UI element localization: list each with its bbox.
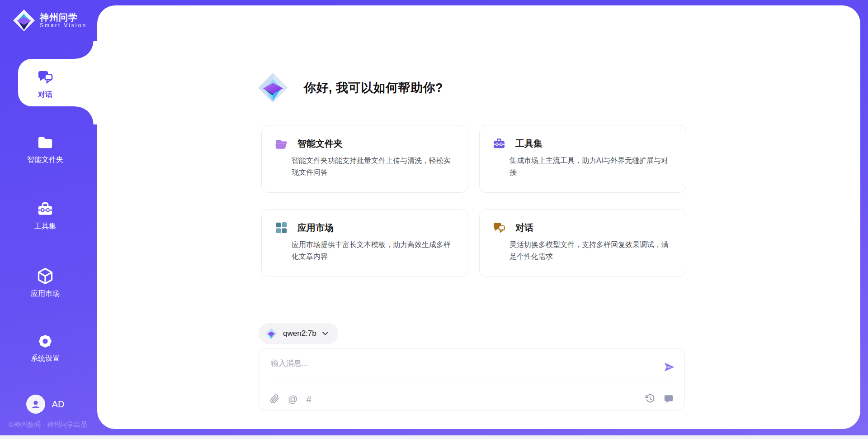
folder-icon xyxy=(37,134,54,151)
briefcase-icon xyxy=(492,137,506,150)
gear-icon xyxy=(37,333,54,350)
brand-subtitle: Smart Vision xyxy=(40,23,87,29)
main-panel: 你好, 我可以如何帮助你? 智能文件夹 智能文件夹功能支持批量文件上传与清洗，轻… xyxy=(97,5,860,429)
card-title: 应用市场 xyxy=(297,222,334,234)
chat-icon xyxy=(492,221,506,234)
bottom-scrollbar-strip[interactable] xyxy=(0,435,868,439)
sidebar-item-label: 系统设置 xyxy=(31,354,60,363)
copyright-text: ©神州数码 · 神州问学出品 xyxy=(0,420,96,429)
brand-diamond-icon xyxy=(258,72,288,103)
card-app-market[interactable]: 应用市场 应用市场提供丰富长文本模板，助力高效生成多样化文章内容 xyxy=(261,209,468,277)
card-chat[interactable]: 对话 灵活切换多模型文件，支持多样回复效果调试，满足个性化需求 xyxy=(479,209,686,277)
briefcase-icon xyxy=(37,200,54,218)
hash-icon: # xyxy=(306,394,311,404)
sidebar-item-label: 应用市场 xyxy=(31,289,60,299)
model-name: qwen2:7b xyxy=(283,329,316,338)
brand-name: 神州问学 xyxy=(40,12,87,23)
card-description: 灵活切换多模型文件，支持多样回复效果调试，满足个性化需求 xyxy=(492,239,673,262)
greeting-title: 你好, 我可以如何帮助你? xyxy=(304,80,443,96)
feature-cards: 智能文件夹 智能文件夹功能支持批量文件上传与清洗，轻松实现文件问答 工具集 集成… xyxy=(261,125,686,277)
greeting-block: 你好, 我可以如何帮助你? xyxy=(258,72,443,103)
chat-bubble-icon xyxy=(664,394,674,404)
mention-button[interactable]: @ xyxy=(288,394,297,404)
brand-logo: 神州问学 Smart Vision xyxy=(13,9,87,32)
sidebar-item-settings[interactable]: 系统设置 xyxy=(0,333,90,363)
brand-diamond-icon xyxy=(13,9,35,32)
chat-bubble-button[interactable] xyxy=(664,394,674,404)
sidebar-item-app-market[interactable]: 应用市场 xyxy=(0,267,90,299)
history-button[interactable] xyxy=(645,394,655,404)
card-toolset[interactable]: 工具集 集成市场上主流工具，助力AI与外界无缝扩展与对接 xyxy=(479,125,686,193)
message-composer: @ # xyxy=(259,348,685,410)
history-clock-icon xyxy=(645,394,655,404)
chevron-down-icon xyxy=(322,332,328,335)
card-description: 智能文件夹功能支持批量文件上传与清洗，轻松实现文件问答 xyxy=(274,155,455,178)
person-icon xyxy=(30,398,42,410)
active-item-curve-bottom xyxy=(75,106,97,124)
sidebar: 神州问学 Smart Vision 对话 智能文件夹 工 xyxy=(0,0,97,435)
avatar xyxy=(26,395,45,414)
send-icon xyxy=(663,361,675,373)
model-diamond-icon xyxy=(265,328,277,339)
sidebar-item-label: 对话 xyxy=(38,90,52,100)
attach-button[interactable] xyxy=(270,394,279,404)
hashtag-button[interactable]: # xyxy=(306,394,311,404)
grid-icon xyxy=(274,221,288,234)
at-icon: @ xyxy=(288,394,297,404)
sidebar-item-smart-folder[interactable]: 智能文件夹 xyxy=(0,134,90,165)
composer-divider xyxy=(268,383,675,383)
paperclip-icon xyxy=(270,394,279,404)
cube-icon xyxy=(36,267,54,285)
card-description: 应用市场提供丰富长文本模板，助力高效生成多样化文章内容 xyxy=(274,239,455,262)
card-title: 智能文件夹 xyxy=(297,138,343,150)
card-description: 集成市场上主流工具，助力AI与外界无缝扩展与对接 xyxy=(492,155,673,178)
user-profile[interactable]: AD xyxy=(0,395,90,414)
card-title: 对话 xyxy=(515,222,533,234)
message-input[interactable] xyxy=(271,357,646,370)
active-item-curve-top xyxy=(75,41,97,59)
folder-open-icon xyxy=(274,137,288,150)
chat-icon xyxy=(36,68,54,86)
card-smart-folder[interactable]: 智能文件夹 智能文件夹功能支持批量文件上传与清洗，轻松实现文件问答 xyxy=(261,125,468,193)
user-initials: AD xyxy=(52,399,65,410)
composer-toolbar: @ # xyxy=(270,391,674,406)
card-title: 工具集 xyxy=(515,138,542,150)
sidebar-item-toolset[interactable]: 工具集 xyxy=(0,200,90,231)
sidebar-item-chat[interactable]: 对话 xyxy=(0,68,90,100)
send-button[interactable] xyxy=(663,361,675,373)
sidebar-item-label: 智能文件夹 xyxy=(27,155,63,165)
sidebar-item-label: 工具集 xyxy=(34,222,56,231)
model-selector[interactable]: qwen2:7b xyxy=(259,323,338,344)
